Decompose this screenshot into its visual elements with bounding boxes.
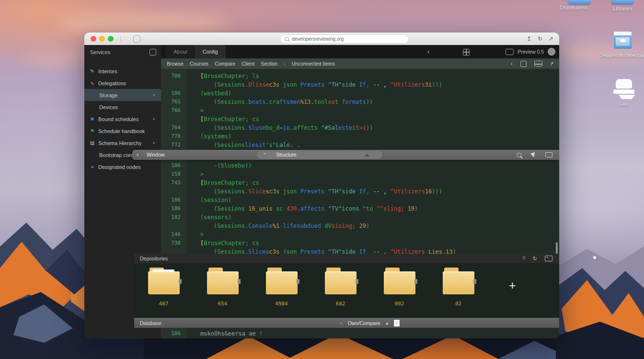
chair-icon[interactable] — [613, 79, 634, 99]
sidebar-item-bound-schedules[interactable]: ✖Bound schedules∨ — [84, 113, 161, 125]
code-line: 764(Sessions.Slusebo_d=io.affects "#Sale… — [161, 123, 559, 132]
extension-icon[interactable] — [133, 35, 140, 43]
folder-nub — [179, 279, 182, 284]
menu-item-client[interactable]: Client — [242, 61, 254, 67]
corner-arrow-icon[interactable]: ↱ — [550, 61, 554, 67]
code-text: (Sessions.Console%1-lifesubdued dVsising… — [187, 222, 369, 230]
sidebar-item-designated-nodes[interactable]: ●Designated nodes — [84, 161, 161, 173]
card-icon[interactable] — [534, 61, 542, 67]
line-number — [161, 115, 187, 123]
segment-pill[interactable]: ^ Structure ☁ — [257, 151, 382, 159]
tab-about[interactable]: About — [166, 45, 195, 58]
minimize-button[interactable] — [99, 36, 105, 42]
sidebar-item-label: Interiors — [98, 68, 117, 74]
titlebar-divider — [120, 36, 121, 42]
database-label: Database — [140, 320, 161, 326]
triangle-up-icon[interactable]: ▴ — [386, 321, 388, 325]
sidebar-item-schedule-handbook[interactable]: ⚑Schedule handbook — [84, 125, 161, 137]
code-line: 778(systems) — [161, 132, 559, 141]
floating-toolbar[interactable]: ‹ Window ^ Structure ☁ — [132, 150, 559, 160]
badge-icon[interactable] — [506, 49, 514, 55]
page-icon[interactable] — [394, 320, 400, 326]
pointer-icon[interactable] — [530, 152, 537, 158]
folder-icon[interactable] — [568, 0, 590, 4]
app-window: developersreviewing.org ↥ ↻ ↗ Services ✎… — [84, 33, 559, 338]
external-icon[interactable]: ↗ — [549, 35, 553, 42]
menu-bar: BrowseCoursesCompareClientSection›Unconn… — [161, 58, 559, 69]
sidebar-item-delegations[interactable]: ∿Delegations — [84, 77, 161, 89]
chair-seat — [613, 90, 634, 94]
code-text: (Sessions.boats.craftsmen%13.tonlost for… — [187, 98, 373, 106]
help-icon[interactable]: ? — [522, 256, 525, 261]
desktop-icon-libraries[interactable]: Libraries — [605, 6, 641, 11]
back-chevron-icon[interactable]: ‹ — [137, 150, 138, 160]
search-icon[interactable] — [517, 153, 521, 157]
image-icon[interactable] — [545, 256, 552, 261]
monitor-icon[interactable] — [545, 152, 552, 157]
line-number: 772 — [161, 141, 187, 149]
bottom-code-line: 186mskoOhs&eersa ae ! — [161, 328, 559, 337]
code-line: 106(westbed) — [161, 89, 559, 98]
menu-item-courses[interactable]: Courses — [190, 61, 208, 67]
menu-item-section[interactable]: Section — [261, 61, 277, 67]
grid-icon[interactable] — [463, 49, 470, 56]
line-number: 778 — [161, 132, 187, 141]
avatar[interactable] — [548, 48, 555, 56]
folder-body — [325, 271, 356, 294]
refresh-icon[interactable]: ↻ — [533, 256, 537, 262]
code-line: 772(Sessionsliesit's"Lalo. . — [161, 141, 559, 149]
menu-items-host: BrowseCoursesCompareClientSection›Unconn… — [167, 61, 341, 67]
url-bar[interactable]: developersreviewing.org — [280, 34, 409, 44]
sidebar-item-devices[interactable]: Devices — [84, 101, 161, 113]
sidebar-item-schema-hierarchy[interactable]: ▤Schema Hierarchy∨ — [84, 137, 161, 149]
share-icon[interactable]: ↥ — [527, 35, 531, 42]
folder-icon — [443, 268, 474, 294]
line-number: 738 — [161, 239, 187, 247]
menu-item-unconnected-items[interactable]: Unconnected Items — [292, 61, 335, 67]
url-text: developersreviewing.org — [292, 36, 344, 42]
folder-item[interactable]: 02 — [429, 263, 488, 318]
folder-nub — [414, 279, 417, 284]
folder-item[interactable]: 487 — [134, 263, 193, 318]
code-text: [BroseChapter; cs — [187, 115, 259, 123]
window-titlebar[interactable]: developersreviewing.org ↥ ↻ ↗ — [84, 33, 559, 45]
back-chevron-icon[interactable]: ‹ — [427, 45, 429, 58]
cross-icon: ✖ — [89, 116, 96, 122]
chevron-down-icon: ∨ — [152, 141, 155, 145]
square-icon[interactable] — [520, 61, 527, 67]
code-text: [BroseChapter; ls — [187, 72, 259, 80]
desktop-icon-files[interactable]: Files — [613, 101, 634, 107]
zoom-button[interactable] — [108, 36, 114, 42]
chevron-left-icon[interactable]: ‹ — [511, 60, 513, 67]
code-text: (Sessions 16_unis sc 430.affects "TV"ico… — [187, 204, 418, 213]
folder-image-icon[interactable] — [614, 32, 632, 50]
chair-back — [616, 79, 632, 89]
folder-grid: 487654498468200202+ — [134, 263, 559, 318]
folder-item[interactable]: 002 — [370, 263, 429, 318]
folder-label: 02 — [455, 301, 461, 307]
reload-icon[interactable]: ↻ — [538, 35, 542, 42]
folder-item[interactable]: 654 — [193, 263, 252, 318]
code-text: (session) — [187, 196, 231, 204]
sidebar-item-interiors[interactable]: ✎Interiors — [84, 65, 161, 77]
code-line: 708[BroseChapter; ls — [161, 72, 559, 80]
bottom-code-strip: 186mskoOhs&eersa ae ! — [161, 328, 559, 338]
folder-item[interactable]: 682 — [311, 263, 370, 318]
folder-icon[interactable] — [611, 0, 633, 4]
folder-label: 487 — [159, 301, 169, 307]
folder-item[interactable]: 4984 — [252, 263, 311, 318]
panel-header[interactable]: Depositories ? ↻ — [134, 254, 559, 263]
desktop-icon-distributions[interactable]: Distributions — [551, 5, 597, 11]
menu-item-browse[interactable]: Browse — [167, 61, 184, 67]
chevron-left-icon[interactable]: ‹ — [340, 320, 342, 326]
desktop-icon-detailed-architecture[interactable]: Detailed Architecture — [597, 53, 644, 58]
cloud-icon: ☁ — [364, 151, 369, 159]
close-button[interactable] — [91, 36, 96, 42]
sidebar-item-storage[interactable]: Storage∨ — [84, 89, 161, 101]
tab-config[interactable]: Config — [195, 45, 226, 58]
code-line: (Sessions.Console%1-lifesubdued dVsising… — [161, 222, 559, 230]
menu-item-compare[interactable]: Compare — [215, 61, 235, 67]
panel-toggle-icon[interactable] — [150, 49, 156, 56]
add-folder-button[interactable]: + — [509, 279, 516, 292]
window-label: Window — [147, 150, 164, 160]
